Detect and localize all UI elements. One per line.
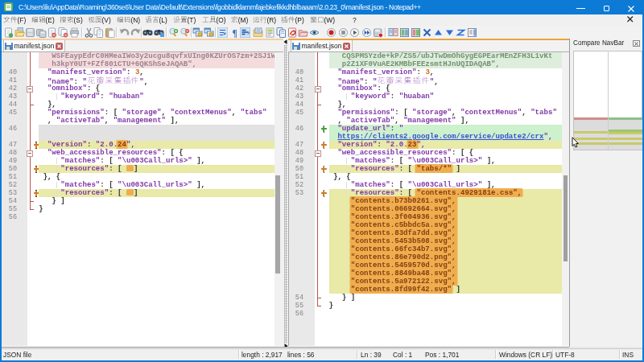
- svg-text:¶: ¶: [232, 28, 237, 38]
